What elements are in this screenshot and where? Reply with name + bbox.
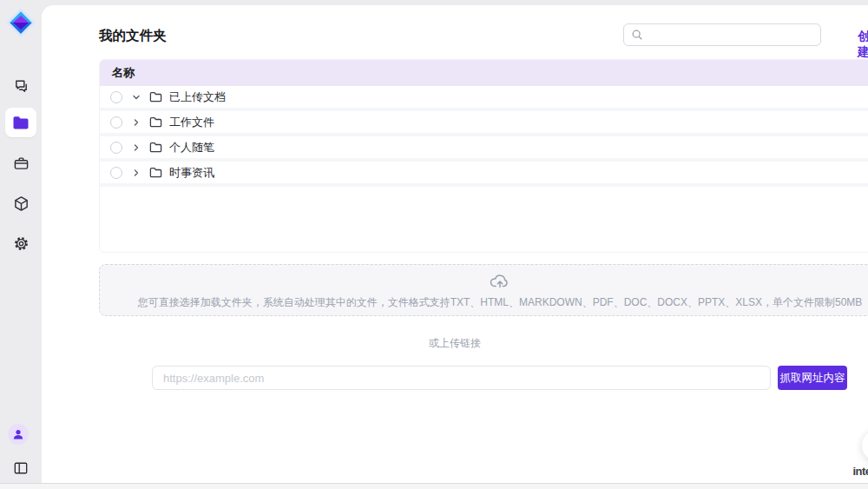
folder-name[interactable]: 时事资讯	[169, 165, 214, 181]
row-checkbox[interactable]	[110, 167, 122, 179]
row-checkbox[interactable]	[110, 142, 122, 154]
sidebar-item-models[interactable]	[11, 194, 30, 213]
search-input[interactable]	[648, 29, 813, 41]
folder-icon	[148, 116, 162, 129]
table-row[interactable]: 工作文件	[100, 111, 868, 136]
sidebar-item-settings[interactable]	[11, 234, 30, 253]
window-bottom-edge	[0, 483, 868, 489]
cloud-upload-icon	[100, 271, 868, 294]
table-row[interactable]: 个人随笔	[100, 136, 868, 162]
briefcase-icon	[13, 155, 30, 171]
chat-icon	[13, 78, 30, 95]
sidebar-item-account[interactable]	[8, 424, 29, 445]
table-row[interactable]: 已上传文档	[100, 86, 868, 111]
folder-icon	[148, 90, 162, 104]
folder-name[interactable]: 个人随笔	[169, 140, 214, 155]
cube-icon	[13, 195, 30, 212]
download-button[interactable]	[862, 430, 868, 461]
page-title: 我的文件夹	[99, 27, 167, 45]
search-box[interactable]	[623, 23, 821, 46]
gear-icon	[13, 235, 30, 252]
table-header-name: 名称	[100, 60, 868, 86]
folder-name[interactable]: 已上传文档	[169, 89, 226, 105]
chevron-right-icon[interactable]	[129, 116, 143, 129]
sidebar-item-chat[interactable]	[11, 76, 30, 96]
chevron-down-icon[interactable]	[129, 90, 143, 104]
panel-icon	[13, 461, 29, 475]
folder-icon	[148, 141, 162, 155]
folder-icon	[12, 116, 30, 130]
folder-name[interactable]: 工作文件	[169, 115, 214, 130]
row-checkbox[interactable]	[110, 116, 122, 129]
folder-icon	[148, 166, 162, 180]
row-checkbox[interactable]	[110, 91, 122, 103]
chevron-right-icon[interactable]	[129, 141, 143, 155]
upload-description: 您可直接选择加载文件夹，系统自动处理其中的文件，文件格式支持TXT、HTML、M…	[100, 295, 868, 310]
sidebar	[0, 0, 42, 483]
intel-wordmark: intel	[852, 465, 868, 478]
search-icon	[631, 29, 643, 41]
main-panel: 我的文件夹 创建文件夹 名称	[42, 5, 868, 483]
user-icon	[12, 428, 24, 440]
sidebar-collapse-button[interactable]	[11, 459, 30, 478]
upload-dropzone[interactable]: 您可直接选择加载文件夹，系统自动处理其中的文件，文件格式支持TXT、HTML、M…	[99, 264, 868, 316]
chevron-right-icon[interactable]	[129, 166, 143, 180]
app-logo-icon[interactable]	[4, 6, 37, 39]
sidebar-item-workspace[interactable]	[11, 154, 30, 173]
sidebar-item-folders[interactable]	[5, 108, 36, 137]
folder-table: 名称 已上传文档 工作文件	[99, 59, 868, 253]
or-upload-link-label: 或上传链接	[42, 336, 868, 351]
table-row[interactable]: 时事资讯	[100, 162, 868, 187]
url-input[interactable]	[152, 366, 771, 390]
fetch-url-button[interactable]: 抓取网址内容	[778, 366, 847, 390]
